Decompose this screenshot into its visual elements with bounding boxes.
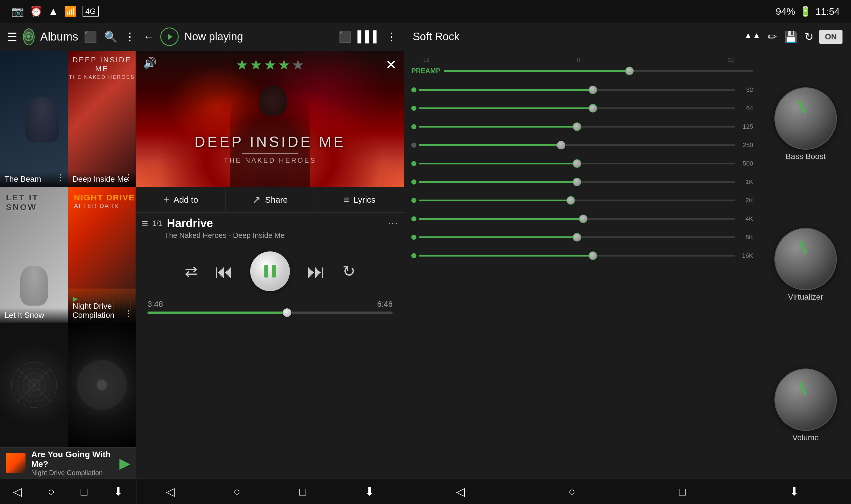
nav-recent-center[interactable]: □ <box>299 485 306 498</box>
volume-dial[interactable] <box>775 368 837 431</box>
prev-button[interactable]: ⏮ <box>215 261 233 282</box>
track-counter: 1/1 <box>152 219 162 228</box>
center-title: Now playing <box>185 31 333 43</box>
reset-icon[interactable]: ↻ <box>804 31 814 43</box>
nav-download-right[interactable]: ⬇ <box>789 485 799 498</box>
playback-controls: ⇄ ⏮ ⏭ ↻ <box>185 251 355 291</box>
star-2[interactable]: ★ <box>250 57 262 73</box>
equalizer-button[interactable]: ▌▌▌ <box>358 31 380 43</box>
clock: 11:54 <box>816 6 840 17</box>
album-menu-night[interactable]: ⋮ <box>124 308 133 318</box>
svg-marker-10 <box>168 34 172 40</box>
album-art-title: DEEP INSIDE ME <box>136 133 404 150</box>
menu-icon[interactable]: ☰ <box>7 30 17 43</box>
search-icon[interactable]: 🔍 <box>104 31 118 43</box>
album-item-deep[interactable]: DEEP INSIDE ME THE NAKED HEROES Deep Ins… <box>68 51 136 187</box>
scale-pos12: 12 <box>728 57 734 63</box>
album-item-night[interactable]: NIGHT DRIVE AFTER DARK Night Drive Compi… <box>68 187 136 323</box>
eq-band-4k: 4K <box>411 210 753 227</box>
album-item-snow[interactable]: LET IT SNOW Let It Snow <box>0 187 68 323</box>
back-button[interactable]: ← <box>143 30 155 43</box>
star-3[interactable]: ★ <box>264 57 277 73</box>
volume-knob[interactable]: Volume <box>775 368 837 442</box>
nav-recent-right[interactable]: □ <box>679 485 686 498</box>
cast-icon[interactable]: ⬛ <box>84 31 97 43</box>
band-slider-125[interactable] <box>419 126 735 128</box>
virtualizer-dial[interactable] <box>775 228 837 290</box>
star-4[interactable]: ★ <box>278 57 291 73</box>
more-options-icon[interactable]: ⋮ <box>124 31 135 43</box>
nav-home-right[interactable]: ○ <box>569 485 575 498</box>
album-item-spider[interactable] <box>0 323 68 447</box>
band-slider-500[interactable] <box>419 163 735 164</box>
star-1[interactable]: ★ <box>236 57 248 73</box>
shuffle-button[interactable]: ⇄ <box>185 262 198 280</box>
next-button[interactable]: ⏭ <box>307 261 325 282</box>
band-slider-16k[interactable] <box>419 255 735 256</box>
repeat-button[interactable]: ↻ <box>342 262 355 280</box>
band-freq-125: 125 <box>737 123 753 130</box>
progress-bar[interactable] <box>147 311 393 314</box>
eq-band-16k: 16K <box>411 247 753 264</box>
album-item-beam[interactable]: The Beam ⋮ <box>0 51 68 187</box>
signal-icon: ▲▲ <box>744 31 761 43</box>
track-more-button[interactable]: ⋯ <box>387 217 398 230</box>
album-item-vinyl[interactable] <box>68 323 136 447</box>
on-button[interactable]: ON <box>819 30 843 44</box>
np-title: Are You Going With Me? <box>31 450 114 469</box>
progress-fill <box>147 311 287 314</box>
nav-back-right[interactable]: ◁ <box>456 485 465 498</box>
eq-band-64: 64 <box>411 100 753 117</box>
eq-band-250: 250 <box>411 137 753 154</box>
nav-recent-left[interactable]: □ <box>81 485 87 498</box>
nav-back-left[interactable]: ◁ <box>13 485 22 498</box>
add-icon: + <box>163 194 169 206</box>
nav-home-left[interactable]: ○ <box>48 485 54 498</box>
4g-badge: 4G <box>83 6 99 17</box>
band-slider-250[interactable] <box>419 144 735 146</box>
bass-boost-knob[interactable]: Bass Boost <box>775 87 837 161</box>
virtualizer-knob[interactable]: Virtualizer <box>775 228 837 302</box>
band-freq-32: 32 <box>737 86 753 93</box>
band-slider-8k[interactable] <box>419 236 735 238</box>
volume-label: Volume <box>792 433 819 442</box>
share-button[interactable]: ↗ Share <box>226 187 315 212</box>
eq-band-2k: 2K <box>411 192 753 209</box>
scale-neg12: -12 <box>421 57 430 63</box>
app-title: Albums <box>40 30 78 43</box>
right-nav: ◁ ○ □ ⬇ <box>404 479 851 504</box>
bass-boost-label: Bass Boost <box>785 152 826 161</box>
nav-home-center[interactable]: ○ <box>233 485 240 498</box>
np-album: Night Drive Compilation <box>31 469 114 477</box>
nav-back-center[interactable]: ◁ <box>166 485 175 498</box>
save-preset-icon[interactable]: 💾 <box>784 31 797 43</box>
band-dot-64 <box>411 106 416 111</box>
band-slider-4k[interactable] <box>419 218 735 220</box>
rating-stars[interactable]: ★ ★ ★ ★ ★ <box>136 57 404 73</box>
cast-button[interactable]: ⬛ <box>338 31 352 43</box>
eq-preset-name: Soft Rock <box>413 31 739 43</box>
eq-content: -12 0 12 PREAMP <box>404 51 851 479</box>
bass-boost-dial[interactable] <box>775 87 837 150</box>
np-play-button[interactable]: ▶ <box>119 455 130 471</box>
status-bar: 📷 ⏰ ▲ 📶 4G 94% 🔋 11:54 <box>0 0 851 23</box>
band-slider-1k[interactable] <box>419 181 735 183</box>
track-list-icon[interactable]: ≡ <box>142 217 148 229</box>
album-menu-beam[interactable]: ⋮ <box>56 172 65 182</box>
equalizer-panel: Soft Rock ▲▲ ✏ 💾 ↻ ON -12 0 <box>404 23 851 479</box>
add-to-button[interactable]: + Add to <box>136 187 226 212</box>
band-slider-64[interactable] <box>419 107 735 109</box>
center-more-button[interactable]: ⋮ <box>386 31 397 43</box>
np-info: Are You Going With Me? Night Drive Compi… <box>31 450 114 477</box>
edit-icon[interactable]: ✏ <box>768 31 777 43</box>
album-menu-deep[interactable]: ⋮ <box>124 172 133 182</box>
nav-download-center[interactable]: ⬇ <box>365 485 375 498</box>
band-slider-2k[interactable] <box>419 200 735 201</box>
preamp-slider[interactable] <box>444 70 753 72</box>
center-header: ← Now playing ⬛ ▌▌▌ ⋮ <box>136 23 404 51</box>
lyrics-button[interactable]: ≡ Lyrics <box>315 187 404 212</box>
band-slider-32[interactable] <box>419 89 735 91</box>
play-pause-button[interactable] <box>250 251 290 291</box>
star-5[interactable]: ★ <box>292 57 305 73</box>
nav-download-left[interactable]: ⬇ <box>114 485 123 498</box>
